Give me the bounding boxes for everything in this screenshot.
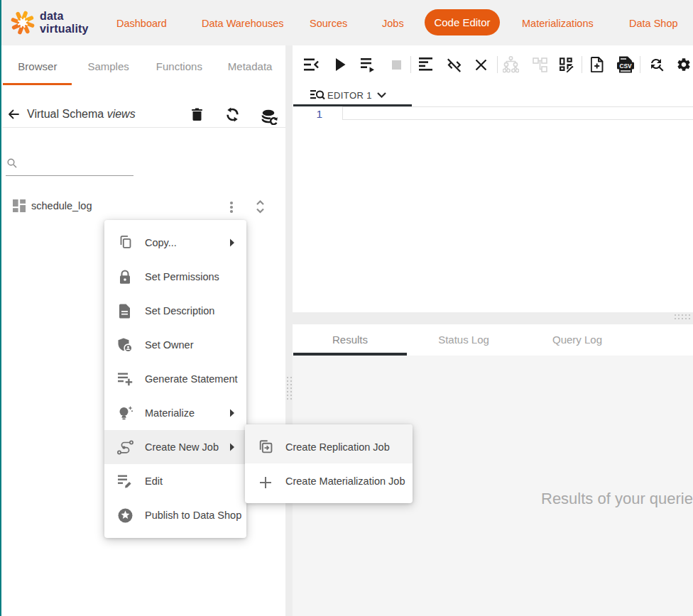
svg-text:CSV: CSV [619,62,632,70]
